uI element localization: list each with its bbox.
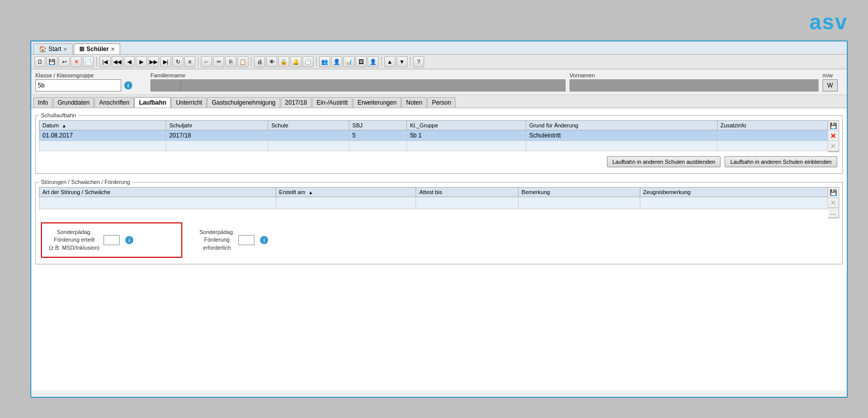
tab-info[interactable]: Info (33, 97, 53, 108)
lock-button[interactable]: 🔒 (278, 56, 289, 67)
side-delete-row2-button[interactable]: ✕ (828, 141, 838, 151)
nav-first-button[interactable]: |◀ (99, 56, 111, 67)
arrow-down-button[interactable]: ▼ (396, 56, 407, 67)
photo-button[interactable]: 🖼 (355, 56, 367, 67)
undo-button[interactable]: ↩ (59, 56, 70, 67)
col-erstellt[interactable]: Erstellt am ▲ (276, 188, 416, 197)
col-schule[interactable]: Schule (268, 121, 349, 130)
klasse-info-button[interactable]: i (124, 81, 132, 89)
list-button[interactable]: ≡ (184, 56, 195, 67)
col-schuljahr[interactable]: Schuljahr (166, 121, 268, 130)
schullaufbahn-table-inner: Datum ▲ Schuljahr Schule S (39, 120, 828, 152)
clock-button[interactable]: 🕐 (302, 56, 314, 67)
col-kl-gruppe[interactable]: Kl._Gruppe (406, 121, 526, 130)
cell-kl-gruppe: 5b 1 (406, 130, 526, 141)
mw-button[interactable]: W (823, 79, 838, 91)
sonderpaed2-input[interactable] (238, 235, 254, 245)
vorn-label: Vornamen (570, 72, 819, 78)
nav-next-next-button[interactable]: ▶▶ (148, 56, 159, 67)
col-kl-gruppe-label: Kl._Gruppe (410, 122, 438, 128)
col-attest[interactable]: Attest bis (416, 188, 518, 197)
nav-last-button[interactable]: ▶| (160, 56, 171, 67)
tab-unterricht[interactable]: Unterricht (171, 97, 207, 108)
tab-gastschul[interactable]: Gastschulgenehmigung (207, 97, 280, 108)
tab-grunddaten[interactable]: Grunddaten (53, 97, 94, 108)
col-erstellt-label: Erstellt am (279, 189, 305, 195)
mw-field-group: m/w W (823, 72, 843, 91)
nav-prev-prev-button[interactable]: ◀◀ (112, 56, 123, 67)
sort-datum-icon: ▲ (62, 123, 66, 128)
side-buttons: 💾 ✕ ✕ (828, 120, 839, 152)
tab-anschriften[interactable]: Anschriften (94, 97, 134, 108)
sonderpaed2-info-button[interactable]: i (260, 236, 268, 244)
col-zeugnis[interactable]: Zeugnisbemerkung (640, 188, 828, 197)
tab-person[interactable]: Person (427, 97, 455, 108)
col-zeugnis-label: Zeugnisbemerkung (643, 189, 691, 195)
stoer-zeugnis (640, 197, 828, 209)
vorn-input[interactable] (570, 79, 819, 91)
table-row[interactable] (39, 141, 828, 151)
btn-ausblenden[interactable]: Laufbahn in anderen Schulen ausblenden (607, 156, 721, 167)
stoerungen-table: Art der Störung / Schwäche Erstellt am ▲… (39, 187, 828, 209)
sonderpaed1-info-button[interactable]: i (125, 236, 133, 244)
sep6 (410, 57, 411, 67)
klasse-input[interactable] (35, 79, 121, 91)
tab-start-close[interactable]: ✕ (63, 47, 67, 52)
tab-schueler[interactable]: ⊞ Schüler ✕ (74, 43, 120, 54)
tab-schueler-close[interactable]: ✕ (111, 47, 115, 52)
eye-button[interactable]: 👁 (266, 56, 277, 67)
table-row[interactable]: 01.08.2017 2017/18 5 5b 1 Schuleintritt (39, 130, 828, 141)
delete-button[interactable]: ✕ (71, 56, 82, 67)
col-bemerkung[interactable]: Bemerkung (518, 188, 640, 197)
nav-prev-button[interactable]: ◀ (124, 56, 135, 67)
paste-button[interactable]: 📋 (237, 56, 248, 67)
copy-row-button[interactable]: 📄 (83, 56, 94, 67)
stoerungen-table-inner: Art der Störung / Schwäche Erstellt am ▲… (39, 187, 828, 218)
print-button[interactable]: 🖨 (254, 56, 265, 67)
scissors-button[interactable]: ✂ (213, 56, 224, 67)
side-floppy-button[interactable]: 💾 (828, 121, 838, 131)
group-button[interactable]: 👥 (319, 56, 330, 67)
col-datum-label: Datum (42, 122, 59, 128)
col-zusatz[interactable]: Zusatzinfo (717, 121, 828, 130)
tab-start[interactable]: 🏠 Start ✕ (33, 43, 73, 54)
bell-button[interactable]: 🔔 (290, 56, 301, 67)
col-art[interactable]: Art der Störung / Schwäche (39, 188, 276, 197)
back-button[interactable]: ← (201, 56, 212, 67)
person-button[interactable]: 👤 (331, 56, 342, 67)
tab-noten[interactable]: Noten (401, 97, 427, 108)
tab-einaustritt[interactable]: Ein-/Austritt (312, 97, 352, 108)
side-delete-row1-button[interactable]: ✕ (828, 131, 838, 141)
stoer-attest (416, 197, 518, 209)
refresh-button[interactable]: ↻ (172, 56, 183, 67)
tab-laufbahn[interactable]: Laufbahn (134, 97, 171, 108)
cell-schuljahr-empty (166, 141, 268, 151)
stoerungen-delete-button[interactable]: ✕ (828, 198, 838, 208)
schullaufbahn-section: Schullaufbahn Datum ▲ Schuljahr (35, 112, 843, 174)
tab-gastschul-label: Gastschulgenehmigung (212, 99, 275, 106)
sonderpaed2-label: Sonderpädag. Förderung erforderlich (199, 228, 234, 252)
stoerungen-floppy-button[interactable]: 💾 (828, 188, 838, 198)
btn-einblenden[interactable]: Laufbahn in anderen Schulen einblenden (725, 156, 837, 167)
tab-year[interactable]: 2017/18 (281, 97, 312, 108)
col-sbj[interactable]: SBJ (349, 121, 406, 130)
klasse-row: i (35, 79, 146, 91)
stoerungen-scroll-btn[interactable]: … (828, 208, 838, 218)
copy-button[interactable]: ⎘ (225, 56, 236, 67)
nav-next-button[interactable]: ▶ (136, 56, 147, 67)
col-grund[interactable]: Grund für Änderung (526, 121, 717, 130)
chart-button[interactable]: 📊 (343, 56, 354, 67)
col-schuljahr-label: Schuljahr (169, 122, 192, 128)
save-button[interactable]: 💾 (46, 56, 58, 67)
familie-input[interactable] (181, 79, 566, 91)
tab-erweiterungen[interactable]: Erweiterungen (353, 97, 401, 108)
stoerungen-empty-row (39, 197, 828, 209)
person2-button[interactable]: 👤 (368, 56, 379, 67)
arrow-up-button[interactable]: ▲ (384, 56, 395, 67)
help-button[interactable]: ? (413, 56, 424, 67)
col-datum[interactable]: Datum ▲ (39, 121, 166, 130)
sonderpaed1-input[interactable] (104, 235, 120, 245)
cell-grund-empty (526, 141, 717, 151)
familie-prefix-input[interactable] (150, 79, 181, 91)
new-button[interactable]: 🗋 (34, 56, 45, 67)
